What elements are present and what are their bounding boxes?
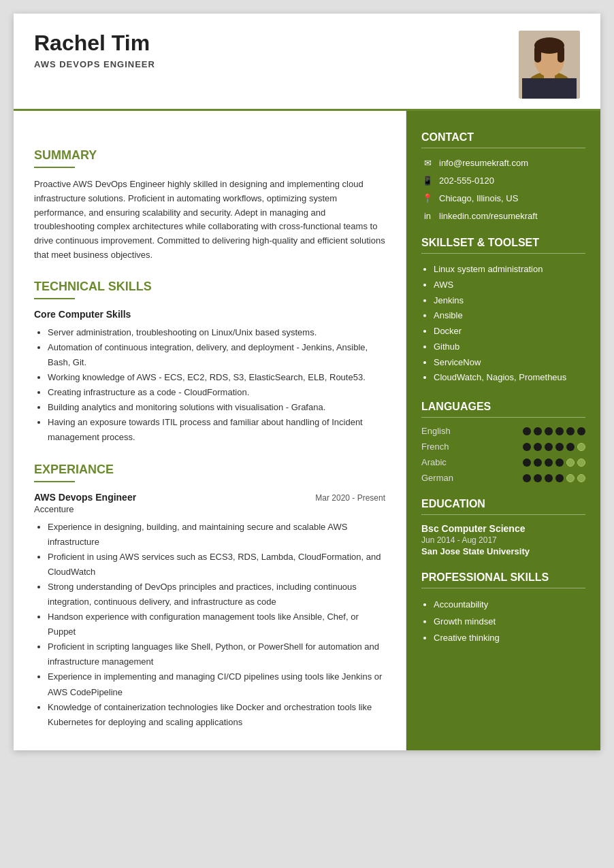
language-dots (523, 427, 585, 435)
list-item: AWS (434, 278, 585, 293)
list-item: Growth mindset (434, 614, 585, 631)
list-item: Building analytics and monitoring soluti… (48, 400, 385, 415)
left-column: SUMMARY Proactive AWS DevOps Engineer hi… (14, 111, 406, 750)
exp-job-title: AWS Devops Engineer (34, 492, 136, 503)
language-arabic: Arabic (421, 457, 585, 467)
languages-divider (421, 417, 585, 418)
list-item: Creative thinking (434, 630, 585, 647)
dot (577, 474, 585, 482)
phone-text: 202-555-0120 (439, 176, 494, 186)
list-item: Working knowledge of AWS - ECS, EC2, RDS… (48, 370, 385, 385)
dot (534, 458, 542, 467)
contact-divider (421, 148, 585, 148)
dot (545, 443, 553, 451)
resume-header: Rachel Tim AWS DEVOPS ENGINEER (14, 14, 600, 111)
list-item: Proficient in using AWS services such as… (48, 550, 385, 580)
dot (577, 427, 585, 435)
list-item: Handson experience with configuration ma… (48, 610, 385, 639)
contact-phone: 📱 202-555-0120 (421, 174, 585, 186)
education-divider (421, 514, 585, 515)
prof-skills-title: PROFESSIONAL SKILLS (421, 571, 585, 584)
email-icon: ✉ (421, 156, 434, 169)
prof-skills-divider (421, 588, 585, 588)
dot (523, 427, 531, 435)
list-item: Github (434, 339, 585, 355)
experience-title: EXPERIANCE (34, 463, 385, 477)
dot (555, 443, 564, 451)
technical-skills-divider (34, 298, 75, 299)
skill-subtitle: Core Computer Skills (34, 309, 385, 320)
list-item: Proficient in scripting languages like S… (48, 639, 385, 669)
dot (555, 474, 564, 482)
contact-linkedin: in linkedin.com/resumekraft (421, 210, 585, 222)
dot (523, 458, 531, 467)
job-title: AWS DEVOPS ENGINEER (34, 59, 155, 69)
list-item: Strong understanding of DevOps principle… (48, 580, 385, 610)
dot (566, 458, 575, 467)
skillset-divider (421, 253, 585, 254)
list-item: Accountability (434, 597, 585, 614)
list-item: CloudWatch, Nagios, Prometheus (434, 370, 585, 386)
summary-text: Proactive AWS DevOps Engineer highly ski… (34, 178, 385, 263)
dot (545, 427, 553, 435)
education-title: EDUCATION (421, 498, 585, 510)
list-item: Experience in designing, building, and m… (48, 520, 385, 550)
right-column: CONTACT ✉ info@resumekraft.com 📱 202-555… (406, 111, 600, 750)
resume-body: SUMMARY Proactive AWS DevOps Engineer hi… (14, 111, 600, 750)
language-name: English (421, 426, 466, 436)
list-item: ServiceNow (434, 355, 585, 371)
list-item: Creating infrastructure as a code - Clou… (48, 385, 385, 400)
location-icon: 📍 (421, 192, 434, 204)
dot (534, 474, 542, 482)
dot (534, 427, 542, 435)
exp-date: Mar 2020 - Present (315, 493, 385, 503)
skillset-title: SKILLSET & TOOLSET (421, 237, 585, 249)
dot (555, 458, 564, 467)
contact-email: ✉ info@resumekraft.com (421, 156, 585, 169)
location-text: Chicago, Illinois, US (439, 193, 518, 203)
candidate-photo (519, 31, 580, 99)
linkedin-text: linkedin.com/resumekraft (439, 211, 538, 221)
dot (566, 427, 575, 435)
skill-list: Server administration, troubleshooting o… (34, 325, 385, 446)
exp-list: Experience in designing, building, and m… (34, 520, 385, 730)
skillset-list: Linux system administration AWS Jenkins … (421, 262, 585, 386)
prof-skills-list: Accountability Growth mindset Creative t… (421, 597, 585, 647)
language-french: French (421, 441, 585, 452)
language-english: English (421, 426, 585, 436)
exp-header: AWS Devops Engineer Mar 2020 - Present (34, 492, 385, 503)
dot (523, 443, 531, 451)
summary-title: SUMMARY (34, 148, 385, 163)
language-dots (523, 474, 585, 482)
svg-rect-6 (558, 46, 564, 63)
language-german: German (421, 473, 585, 483)
language-dots (523, 458, 585, 467)
language-name: Arabic (421, 457, 466, 467)
dot (577, 443, 585, 451)
candidate-name: Rachel Tim (34, 31, 155, 56)
language-name: German (421, 473, 466, 483)
experience-divider (34, 481, 75, 482)
phone-icon: 📱 (421, 174, 434, 186)
list-item: Experience in implementing and managing … (48, 669, 385, 699)
dot (523, 474, 531, 482)
summary-divider (34, 167, 75, 168)
language-dots (523, 443, 585, 451)
dot (566, 474, 575, 482)
list-item: Linux system administration (434, 262, 585, 278)
edu-school: San Jose State University (421, 546, 585, 556)
header-text: Rachel Tim AWS DEVOPS ENGINEER (34, 31, 155, 69)
technical-skills-title: TECHNICAL SKILLS (34, 280, 385, 294)
list-item: Docker (434, 324, 585, 339)
list-item: Automation of continuous integration, de… (48, 340, 385, 370)
contact-location: 📍 Chicago, Illinois, US (421, 192, 585, 204)
contact-title: CONTACT (421, 131, 585, 144)
photo-svg (519, 31, 580, 99)
edu-degree: Bsc Computer Science (421, 523, 585, 534)
list-item: Knowledge of containerization technologi… (48, 700, 385, 730)
linkedin-icon: in (421, 210, 434, 222)
language-name: French (421, 441, 466, 452)
list-item: Having an exposure towards ITIL process … (48, 415, 385, 445)
dot (534, 443, 542, 451)
svg-rect-8 (522, 78, 577, 99)
